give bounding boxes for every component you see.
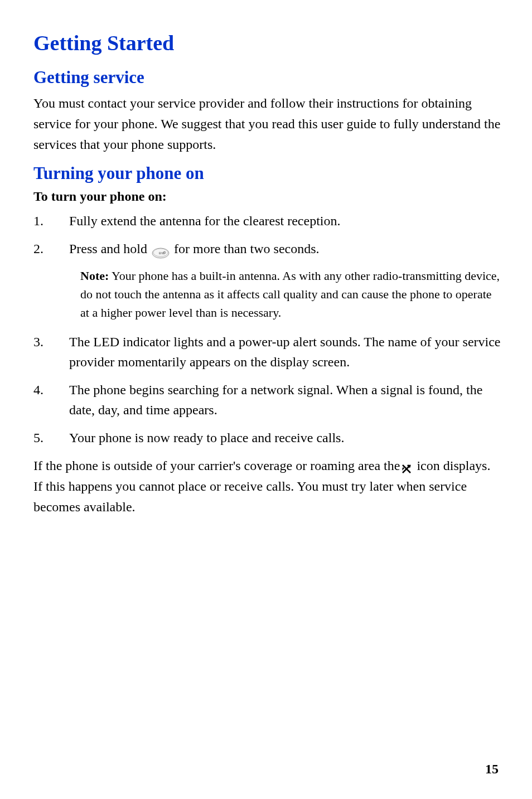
svg-text:END: END <box>159 251 165 255</box>
list-number: 4. <box>33 380 69 420</box>
note-text: Your phone has a built-in antenna. As wi… <box>80 269 500 319</box>
note-label: Note: <box>80 269 109 283</box>
note-block: Note: Your phone has a built-in antenna.… <box>80 267 501 322</box>
section-title-getting-service: Getting service <box>33 67 501 88</box>
body-text-getting-service: You must contact your service provider a… <box>33 93 501 156</box>
list-number: 5. <box>33 428 69 448</box>
closing-paragraph: If the phone is outside of your carrier'… <box>33 456 501 518</box>
end-key-icon: END <box>152 244 170 255</box>
list-item: 4. The phone begins searching for a netw… <box>33 380 501 420</box>
list-content: The phone begins searching for a network… <box>69 380 501 420</box>
list-item: 1. Fully extend the antenna for the clea… <box>33 211 501 231</box>
list-number: 1. <box>33 211 69 231</box>
section-title-turning-on: Turning your phone on <box>33 163 501 183</box>
chapter-title: Getting Started <box>33 31 501 55</box>
list-content: Your phone is now ready to place and rec… <box>69 428 501 448</box>
sub-heading-turn-on: To turn your phone on: <box>33 189 501 204</box>
list-item: 2. Press and hold END for more than two … <box>33 239 501 259</box>
page-number: 15 <box>485 762 499 777</box>
no-service-icon <box>400 461 413 473</box>
closing-text-part1: If the phone is outside of your carrier'… <box>33 458 400 473</box>
list-content: Press and hold END for more than two sec… <box>69 239 501 259</box>
list-content: The LED indicator lights and a power-up … <box>69 332 501 372</box>
list-content: Fully extend the antenna for the cleares… <box>69 211 501 231</box>
list-item: 5. Your phone is now ready to place and … <box>33 428 501 448</box>
list-text-before: Press and hold <box>69 241 151 256</box>
list-text-after: for more than two seconds. <box>171 241 320 256</box>
list-item: 3. The LED indicator lights and a power-… <box>33 332 501 372</box>
list-number: 3. <box>33 332 69 372</box>
list-number: 2. <box>33 239 69 259</box>
